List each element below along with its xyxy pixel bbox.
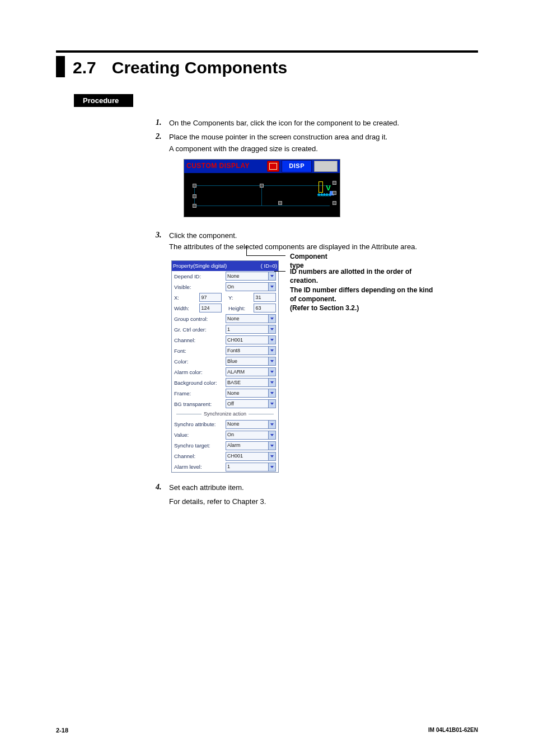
step-number: 2.	[156, 132, 169, 227]
section-number: 2.7	[73, 58, 96, 77]
step-text: On the Components bar, click the icon fo…	[169, 118, 478, 129]
attr-label: Channel:	[174, 452, 226, 460]
attr-field-dropdown[interactable]: On	[226, 431, 276, 440]
step-3: 3. Click the component. The attributes o…	[156, 231, 478, 473]
attr-header-left: Property(Single digital)	[173, 262, 227, 270]
cd-body: V *****	[184, 173, 340, 217]
cd-blank	[314, 161, 338, 172]
step-1: 1. On the Components bar, click the icon…	[156, 118, 478, 129]
attr-row: Color:Blue	[172, 356, 278, 367]
attr-label: Visible:	[174, 283, 226, 291]
attr-row: Synchro attribute:None	[172, 419, 278, 430]
attr-label: Color:	[174, 358, 226, 366]
attr-field-dropdown[interactable]: CH001	[226, 452, 276, 461]
attr-label: Synchro target:	[174, 442, 226, 450]
attr-row: Gr. Ctrl order:1	[172, 324, 278, 335]
footer-page: 2-18	[56, 727, 68, 734]
attr-field-dropdown[interactable]: Font8	[226, 346, 276, 355]
attr-field-dropdown[interactable]: None	[226, 314, 276, 323]
attr-field-text[interactable]: 124	[199, 304, 222, 312]
attr-field-dropdown[interactable]: None	[226, 272, 276, 281]
attr-field-text[interactable]: 63	[254, 304, 276, 312]
attr-label: Alarm level:	[174, 463, 226, 471]
step-subtext: The attributes of the selected component…	[169, 242, 478, 253]
attr-row: Background color:BASE	[172, 377, 278, 388]
attr-label: Frame:	[174, 390, 226, 398]
stop-icon	[267, 161, 279, 172]
attr-row: Channel:CH001	[172, 335, 278, 346]
section-heading: 2.7Creating Components	[56, 56, 478, 77]
attr-field-dropdown[interactable]: CH001	[226, 335, 276, 344]
attr-label: Font:	[174, 347, 226, 355]
attr-field-dropdown[interactable]: None	[226, 420, 276, 429]
attr-field-dropdown[interactable]: ALARM	[226, 367, 276, 376]
attr-label: Gr. Ctrl order:	[174, 326, 226, 334]
attr-label: Group control:	[174, 315, 226, 323]
attr-label: Background color:	[174, 379, 226, 387]
attr-field-dropdown[interactable]: 1	[226, 463, 276, 472]
attr-field-dropdown[interactable]: Off	[226, 399, 276, 408]
attr-label: Channel:	[174, 337, 226, 344]
attr-row-xy: X: 97 Y: 31	[172, 292, 278, 303]
attr-field-text[interactable]: 31	[254, 293, 276, 302]
attr-field-dropdown[interactable]: 1	[226, 325, 276, 334]
procedure-label: Procedure	[74, 94, 133, 107]
attr-label: Depend ID:	[174, 273, 226, 281]
attr-label: Height:	[228, 305, 254, 312]
heading-bar	[56, 56, 65, 77]
step-subtext: A component with the dragged size is cre…	[169, 144, 478, 155]
attr-row: Visible: On	[172, 282, 278, 292]
disp-button: DISP	[282, 160, 312, 172]
attr-row: BG transparent:Off	[172, 399, 278, 409]
attr-label: Alarm color:	[174, 368, 226, 376]
step-text: Click the component.	[169, 231, 478, 241]
attr-row: Frame:None	[172, 388, 278, 399]
step-2: 2. Place the mouse pointer in the screen…	[156, 132, 478, 227]
callout-id-note: ID numbers are allotted in the order of …	[290, 267, 435, 312]
footer-doc-id: IM 04L41B01-62EN	[428, 727, 478, 734]
attr-row: Channel:CH001	[172, 451, 278, 461]
attr-row: Alarm level:1	[172, 461, 278, 472]
attr-header-right: ( ID=0)	[261, 262, 277, 270]
step-number: 4.	[156, 483, 169, 507]
cd-title: CUSTOM DISPLAY	[186, 161, 267, 171]
attr-field-dropdown[interactable]: Blue	[226, 357, 276, 366]
step-subtext: For details, refer to Chapter 3.	[169, 497, 478, 507]
attr-row: Font:Font8	[172, 346, 278, 356]
attr-row: Group control:None	[172, 314, 278, 324]
step-number: 1.	[156, 118, 169, 129]
page-footer: 2-18 IM 04L41B01-62EN	[56, 727, 478, 734]
attr-sync-divider: Synchronize action	[172, 409, 278, 419]
section-rule	[56, 50, 478, 53]
step-number: 3.	[156, 231, 169, 473]
attr-label: Value:	[174, 431, 226, 439]
attr-field-dropdown[interactable]: On	[226, 282, 276, 291]
step-4: 4. Set each attribute item. For details,…	[156, 483, 478, 507]
step-text: Set each attribute item.	[169, 483, 478, 493]
custom-display-mock: CUSTOM DISPLAY DISP	[184, 159, 340, 217]
attr-label: X:	[174, 294, 199, 302]
attr-field-text[interactable]: 97	[199, 293, 222, 302]
section-title: Creating Components	[112, 58, 287, 77]
attr-label: Y:	[228, 294, 254, 302]
attribute-panel: Property(Single digital) ( ID=0) Depend …	[171, 260, 279, 473]
attr-row: Synchro target:Alarm	[172, 440, 278, 451]
attr-row: Alarm color:ALARM	[172, 367, 278, 377]
attr-field-dropdown[interactable]: BASE	[226, 378, 276, 387]
attr-header: Property(Single digital) ( ID=0)	[172, 261, 278, 271]
attr-label: BG transparent:	[174, 400, 226, 408]
attr-row: Depend ID: None	[172, 271, 278, 282]
attr-label: Synchro attribute:	[174, 421, 226, 428]
attr-field-dropdown[interactable]: Alarm	[226, 441, 276, 450]
attr-row-xy: Width: 124 Height: 63	[172, 303, 278, 314]
cd-titlebar: CUSTOM DISPLAY DISP	[184, 160, 340, 173]
step-text: Place the mouse pointer in the screen co…	[169, 132, 478, 143]
attr-label: Width:	[174, 305, 199, 312]
attr-row: Value:On	[172, 430, 278, 440]
attr-field-dropdown[interactable]: None	[226, 389, 276, 398]
